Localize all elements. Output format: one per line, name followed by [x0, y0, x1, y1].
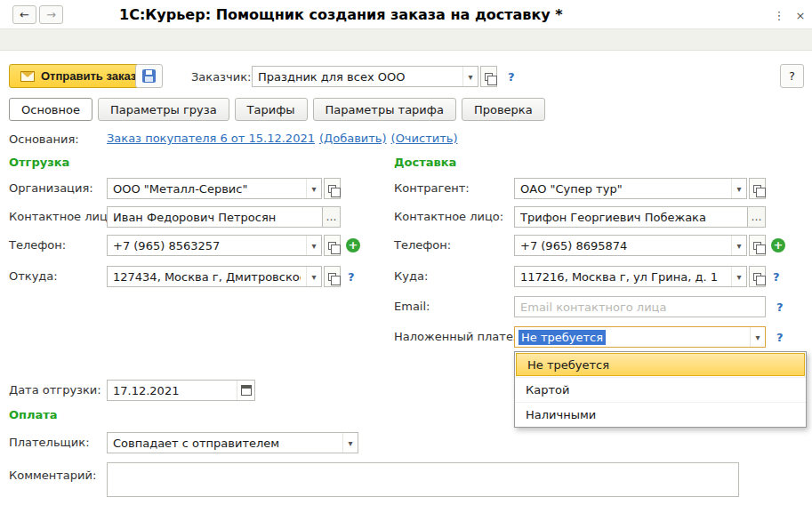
help-button-label: ?	[789, 69, 795, 83]
shipment-contact-input[interactable]	[108, 211, 322, 224]
tab-tariff-params[interactable]: Параметры тарифа	[313, 98, 456, 121]
ellipsis-icon[interactable]: …	[747, 207, 765, 227]
chevron-down-icon[interactable]: ▾	[342, 433, 358, 453]
send-order-button[interactable]: Отправить заказ	[9, 64, 148, 88]
shipment-contact-field[interactable]: …	[107, 206, 341, 228]
tab-check-label: Проверка	[474, 103, 533, 116]
delivery-contact-row: …	[514, 206, 766, 228]
back-icon: ←	[20, 8, 29, 21]
customer-choose-button[interactable]	[480, 66, 497, 87]
to-input[interactable]	[515, 270, 731, 284]
back-button[interactable]: ←	[12, 5, 36, 24]
from-choose-button[interactable]	[324, 266, 341, 287]
add-phone-button[interactable]: +	[346, 238, 360, 252]
cod-combo[interactable]: Не требуется ▾	[514, 326, 766, 348]
choose-icon	[328, 185, 336, 193]
from-row: ▾ ?	[107, 266, 355, 287]
choose-icon	[753, 185, 761, 193]
counterparty-input[interactable]	[515, 182, 731, 196]
from-input[interactable]	[108, 270, 306, 284]
choose-icon	[485, 73, 493, 81]
to-choose-button[interactable]	[749, 266, 766, 287]
add-phone-button[interactable]: +	[771, 238, 785, 252]
customer-label: Заказчик:	[191, 70, 251, 84]
basis-add-link[interactable]: (Добавить)	[319, 132, 387, 145]
ship-date-field[interactable]	[107, 380, 255, 401]
shipment-heading: Отгрузка	[9, 156, 69, 169]
organization-field[interactable]: ▾	[107, 178, 322, 199]
help-button[interactable]: ?	[780, 64, 804, 88]
delivery-phone-field[interactable]: ▾	[514, 235, 747, 256]
delivery-phone-input[interactable]	[515, 239, 731, 252]
calendar-button[interactable]	[237, 381, 254, 400]
counterparty-choose-button[interactable]	[749, 178, 766, 199]
shipment-phone-input[interactable]	[108, 239, 306, 252]
forward-button[interactable]: →	[39, 5, 63, 24]
close-button[interactable]: ×	[792, 6, 809, 24]
cod-option-label: Картой	[526, 383, 569, 397]
cod-help-link[interactable]: ?	[776, 331, 784, 344]
payer-combo[interactable]: ▾	[107, 432, 358, 453]
delivery-heading: Доставка	[394, 156, 456, 169]
email-label: Email:	[394, 300, 430, 313]
counterparty-row: ▾	[514, 178, 766, 199]
title-bar: ← → 1С:Курьер: Помощник создания заказа …	[0, 0, 812, 29]
cod-option-not-required[interactable]: Не требуется	[516, 353, 805, 376]
ship-date-input[interactable]	[108, 384, 237, 397]
to-help-link[interactable]: ?	[773, 270, 780, 284]
customer-input[interactable]	[253, 70, 462, 84]
tab-main-label: Основное	[21, 103, 80, 116]
basis-clear-link[interactable]: (Очистить)	[391, 132, 458, 145]
comment-input[interactable]	[107, 462, 739, 497]
to-field[interactable]: ▾	[514, 266, 747, 287]
tab-tariffs-label: Тарифы	[247, 103, 295, 116]
comment-label: Комментарий:	[9, 469, 96, 482]
cod-option-cash[interactable]: Наличными	[515, 402, 806, 427]
kebab-menu-icon: ⋮	[774, 9, 785, 22]
choose-icon	[328, 273, 336, 281]
chevron-down-icon[interactable]: ▾	[306, 236, 321, 255]
payer-input[interactable]	[108, 437, 342, 450]
chevron-down-icon[interactable]: ▾	[731, 267, 746, 286]
tab-cargo-params[interactable]: Параметры груза	[98, 98, 229, 121]
organization-label: Организация:	[9, 181, 93, 195]
organization-row: ▾	[107, 178, 341, 199]
cod-option-label: Наличными	[526, 408, 596, 421]
save-button[interactable]	[135, 64, 163, 88]
chevron-down-icon[interactable]: ▾	[462, 67, 478, 86]
counterparty-field[interactable]: ▾	[514, 178, 747, 199]
more-button[interactable]: ⋮	[770, 6, 788, 24]
tab-main[interactable]: Основное	[9, 98, 92, 121]
organization-input[interactable]	[108, 182, 306, 196]
from-help-link[interactable]: ?	[348, 270, 355, 284]
shipment-phone-row: ▾ +	[107, 235, 360, 256]
cod-option-card[interactable]: Картой	[515, 377, 806, 402]
organization-choose-button[interactable]	[324, 178, 341, 199]
email-row: ?	[514, 296, 784, 317]
chevron-down-icon[interactable]: ▾	[731, 179, 746, 198]
tab-tariffs[interactable]: Тарифы	[235, 98, 308, 121]
chevron-down-icon[interactable]: ▾	[731, 236, 746, 255]
delivery-contact-input[interactable]	[515, 211, 747, 224]
customer-help-link[interactable]: ?	[508, 70, 515, 84]
to-row: ▾ ?	[514, 266, 780, 287]
delivery-contact-field[interactable]: …	[514, 206, 766, 228]
delivery-phone-choose-button[interactable]	[749, 235, 766, 256]
tab-check[interactable]: Проверка	[462, 98, 545, 121]
chevron-down-icon[interactable]: ▾	[306, 179, 321, 198]
basis-order-link[interactable]: Заказ покупателя 6 от 15.12.2021	[107, 132, 315, 145]
email-field[interactable]	[514, 296, 766, 317]
ellipsis-icon[interactable]: …	[322, 207, 340, 227]
shipment-phone-field[interactable]: ▾	[107, 235, 322, 256]
plus-icon: +	[349, 238, 358, 252]
shipment-phone-choose-button[interactable]	[324, 235, 341, 256]
basis-label: Основания:	[9, 132, 79, 146]
customer-field[interactable]: ▾	[252, 66, 478, 87]
counterparty-label: Контрагент:	[394, 181, 470, 195]
email-input[interactable]	[515, 301, 765, 314]
from-field[interactable]: ▾	[107, 266, 322, 287]
email-help-link[interactable]: ?	[776, 301, 784, 314]
chevron-down-icon[interactable]: ▾	[750, 327, 765, 347]
chevron-down-icon[interactable]: ▾	[306, 267, 321, 286]
send-order-label: Отправить заказ	[41, 69, 136, 83]
